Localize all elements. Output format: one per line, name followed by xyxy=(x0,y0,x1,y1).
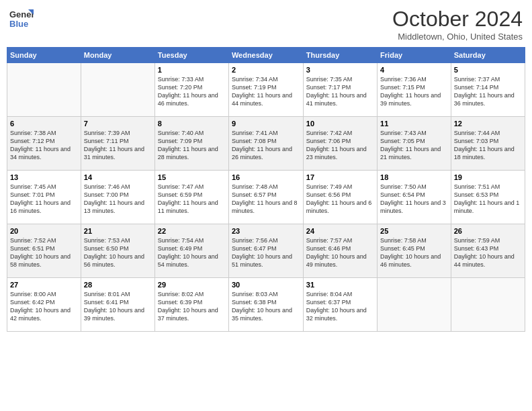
day-info: Sunrise: 8:03 AM Sunset: 6:38 PM Dayligh… xyxy=(232,290,300,323)
day-info: Sunrise: 7:45 AM Sunset: 7:01 PM Dayligh… xyxy=(10,183,78,216)
day-info: Sunrise: 7:34 AM Sunset: 7:19 PM Dayligh… xyxy=(232,75,300,108)
calendar-week-4: 20Sunrise: 7:52 AM Sunset: 6:51 PM Dayli… xyxy=(7,224,525,278)
title-block: October 2024 Middletown, Ohio, United St… xyxy=(392,7,523,42)
day-number: 7 xyxy=(84,120,152,128)
calendar-cell: 29Sunrise: 8:02 AM Sunset: 6:39 PM Dayli… xyxy=(154,278,228,332)
page-header: General Blue October 2024 Middletown, Oh… xyxy=(7,7,525,42)
header-friday: Friday xyxy=(378,48,451,63)
day-info: Sunrise: 8:04 AM Sunset: 6:37 PM Dayligh… xyxy=(306,290,374,323)
day-info: Sunrise: 7:46 AM Sunset: 7:00 PM Dayligh… xyxy=(84,183,152,216)
calendar-cell: 13Sunrise: 7:45 AM Sunset: 7:01 PM Dayli… xyxy=(7,171,81,224)
day-number: 12 xyxy=(454,120,522,128)
day-info: Sunrise: 7:47 AM Sunset: 6:59 PM Dayligh… xyxy=(158,183,226,216)
header-saturday: Saturday xyxy=(451,48,525,63)
day-info: Sunrise: 7:33 AM Sunset: 7:20 PM Dayligh… xyxy=(158,75,226,108)
day-number: 10 xyxy=(306,120,374,128)
calendar-cell xyxy=(378,278,451,332)
day-number: 3 xyxy=(306,66,374,74)
calendar-week-5: 27Sunrise: 8:00 AM Sunset: 6:42 PM Dayli… xyxy=(7,278,525,332)
logo-icon: General Blue xyxy=(9,7,34,31)
day-info: Sunrise: 7:36 AM Sunset: 7:15 PM Dayligh… xyxy=(380,75,448,108)
day-number: 18 xyxy=(380,173,448,181)
day-number: 9 xyxy=(232,120,300,128)
calendar-cell: 5Sunrise: 7:37 AM Sunset: 7:14 PM Daylig… xyxy=(451,63,525,117)
day-info: Sunrise: 7:51 AM Sunset: 6:53 PM Dayligh… xyxy=(454,183,522,216)
day-info: Sunrise: 7:58 AM Sunset: 6:45 PM Dayligh… xyxy=(380,236,448,269)
day-info: Sunrise: 7:42 AM Sunset: 7:06 PM Dayligh… xyxy=(306,129,374,162)
calendar-cell: 16Sunrise: 7:48 AM Sunset: 6:57 PM Dayli… xyxy=(228,171,303,224)
calendar-week-3: 13Sunrise: 7:45 AM Sunset: 7:01 PM Dayli… xyxy=(7,171,525,224)
day-number: 4 xyxy=(380,66,448,74)
day-info: Sunrise: 7:49 AM Sunset: 6:56 PM Dayligh… xyxy=(306,183,374,216)
header-tuesday: Tuesday xyxy=(154,48,228,63)
calendar-cell: 22Sunrise: 7:54 AM Sunset: 6:49 PM Dayli… xyxy=(154,224,228,278)
day-number: 17 xyxy=(306,173,374,181)
day-info: Sunrise: 7:44 AM Sunset: 7:03 PM Dayligh… xyxy=(454,129,522,162)
day-info: Sunrise: 7:43 AM Sunset: 7:05 PM Dayligh… xyxy=(380,129,448,162)
day-info: Sunrise: 7:52 AM Sunset: 6:51 PM Dayligh… xyxy=(10,236,78,269)
calendar-header-row: SundayMondayTuesdayWednesdayThursdayFrid… xyxy=(7,48,525,63)
calendar-cell: 11Sunrise: 7:43 AM Sunset: 7:05 PM Dayli… xyxy=(378,117,451,171)
day-info: Sunrise: 7:35 AM Sunset: 7:17 PM Dayligh… xyxy=(306,75,374,108)
day-info: Sunrise: 7:48 AM Sunset: 6:57 PM Dayligh… xyxy=(232,183,300,216)
day-info: Sunrise: 7:39 AM Sunset: 7:11 PM Dayligh… xyxy=(84,129,152,162)
day-number: 29 xyxy=(158,281,226,289)
day-info: Sunrise: 7:53 AM Sunset: 6:50 PM Dayligh… xyxy=(84,236,152,269)
day-number: 15 xyxy=(158,173,226,181)
day-number: 24 xyxy=(306,227,374,235)
calendar-cell: 24Sunrise: 7:57 AM Sunset: 6:46 PM Dayli… xyxy=(303,224,377,278)
calendar-cell: 15Sunrise: 7:47 AM Sunset: 6:59 PM Dayli… xyxy=(154,171,228,224)
day-info: Sunrise: 7:41 AM Sunset: 7:08 PM Dayligh… xyxy=(232,129,300,162)
day-info: Sunrise: 7:50 AM Sunset: 6:54 PM Dayligh… xyxy=(380,183,448,216)
calendar-cell: 1Sunrise: 7:33 AM Sunset: 7:20 PM Daylig… xyxy=(154,63,228,117)
day-info: Sunrise: 7:37 AM Sunset: 7:14 PM Dayligh… xyxy=(454,75,522,108)
calendar-cell: 2Sunrise: 7:34 AM Sunset: 7:19 PM Daylig… xyxy=(228,63,303,117)
day-info: Sunrise: 8:01 AM Sunset: 6:41 PM Dayligh… xyxy=(84,290,152,323)
day-number: 27 xyxy=(10,281,78,289)
calendar-cell: 27Sunrise: 8:00 AM Sunset: 6:42 PM Dayli… xyxy=(7,278,81,332)
day-info: Sunrise: 7:59 AM Sunset: 6:43 PM Dayligh… xyxy=(454,236,522,269)
day-number: 16 xyxy=(232,173,300,181)
day-info: Sunrise: 7:57 AM Sunset: 6:46 PM Dayligh… xyxy=(306,236,374,269)
day-number: 28 xyxy=(84,281,152,289)
calendar-cell xyxy=(7,63,81,117)
calendar-cell: 18Sunrise: 7:50 AM Sunset: 6:54 PM Dayli… xyxy=(378,171,451,224)
calendar-cell: 30Sunrise: 8:03 AM Sunset: 6:38 PM Dayli… xyxy=(228,278,303,332)
day-number: 5 xyxy=(454,66,522,74)
location: Middletown, Ohio, United States xyxy=(392,32,523,42)
header-sunday: Sunday xyxy=(7,48,81,63)
header-wednesday: Wednesday xyxy=(228,48,303,63)
calendar-body: 1Sunrise: 7:33 AM Sunset: 7:20 PM Daylig… xyxy=(7,63,525,332)
day-info: Sunrise: 8:02 AM Sunset: 6:39 PM Dayligh… xyxy=(158,290,226,323)
month-title: October 2024 xyxy=(392,7,523,32)
day-info: Sunrise: 7:38 AM Sunset: 7:12 PM Dayligh… xyxy=(10,129,78,162)
calendar-cell xyxy=(81,63,154,117)
header-monday: Monday xyxy=(81,48,154,63)
day-number: 20 xyxy=(10,227,78,235)
day-info: Sunrise: 7:56 AM Sunset: 6:47 PM Dayligh… xyxy=(232,236,300,269)
calendar-cell: 10Sunrise: 7:42 AM Sunset: 7:06 PM Dayli… xyxy=(303,117,377,171)
day-number: 26 xyxy=(454,227,522,235)
day-info: Sunrise: 8:00 AM Sunset: 6:42 PM Dayligh… xyxy=(10,290,78,323)
calendar-cell: 26Sunrise: 7:59 AM Sunset: 6:43 PM Dayli… xyxy=(451,224,525,278)
day-info: Sunrise: 7:54 AM Sunset: 6:49 PM Dayligh… xyxy=(158,236,226,269)
svg-text:Blue: Blue xyxy=(9,19,28,29)
calendar-cell: 4Sunrise: 7:36 AM Sunset: 7:15 PM Daylig… xyxy=(378,63,451,117)
calendar-cell: 8Sunrise: 7:40 AM Sunset: 7:09 PM Daylig… xyxy=(154,117,228,171)
day-info: Sunrise: 7:40 AM Sunset: 7:09 PM Dayligh… xyxy=(158,129,226,162)
calendar-cell: 20Sunrise: 7:52 AM Sunset: 6:51 PM Dayli… xyxy=(7,224,81,278)
day-number: 19 xyxy=(454,173,522,181)
calendar-cell: 9Sunrise: 7:41 AM Sunset: 7:08 PM Daylig… xyxy=(228,117,303,171)
day-number: 11 xyxy=(380,120,448,128)
day-number: 1 xyxy=(158,66,226,74)
calendar-cell: 3Sunrise: 7:35 AM Sunset: 7:17 PM Daylig… xyxy=(303,63,377,117)
day-number: 8 xyxy=(158,120,226,128)
calendar-week-2: 6Sunrise: 7:38 AM Sunset: 7:12 PM Daylig… xyxy=(7,117,525,171)
header-thursday: Thursday xyxy=(303,48,377,63)
day-number: 13 xyxy=(10,173,78,181)
day-number: 21 xyxy=(84,227,152,235)
calendar-cell: 28Sunrise: 8:01 AM Sunset: 6:41 PM Dayli… xyxy=(81,278,154,332)
calendar-cell: 23Sunrise: 7:56 AM Sunset: 6:47 PM Dayli… xyxy=(228,224,303,278)
calendar-cell: 12Sunrise: 7:44 AM Sunset: 7:03 PM Dayli… xyxy=(451,117,525,171)
calendar-week-1: 1Sunrise: 7:33 AM Sunset: 7:20 PM Daylig… xyxy=(7,63,525,117)
